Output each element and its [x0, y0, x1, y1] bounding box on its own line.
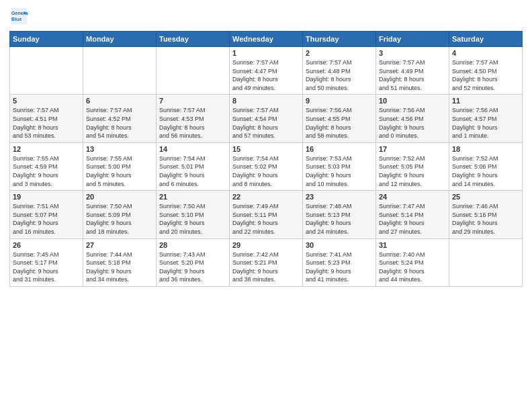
calendar-cell: 2Sunrise: 7:57 AM Sunset: 4:48 PM Daylig…: [303, 47, 376, 95]
day-info: Sunrise: 7:47 AM Sunset: 5:14 PM Dayligh…: [379, 202, 446, 236]
day-info: Sunrise: 7:57 AM Sunset: 4:49 PM Dayligh…: [379, 58, 446, 92]
svg-rect-0: [11, 8, 28, 25]
calendar-cell: 7Sunrise: 7:57 AM Sunset: 4:53 PM Daylig…: [157, 95, 230, 142]
calendar-cell: 11Sunrise: 7:56 AM Sunset: 4:57 PM Dayli…: [449, 95, 523, 142]
calendar-cell: 29Sunrise: 7:42 AM Sunset: 5:21 PM Dayli…: [230, 238, 303, 286]
day-number: 27: [86, 241, 153, 249]
day-info: Sunrise: 7:57 AM Sunset: 4:47 PM Dayligh…: [232, 58, 300, 92]
day-info: Sunrise: 7:48 AM Sunset: 5:13 PM Dayligh…: [306, 202, 373, 236]
day-number: 25: [452, 193, 519, 201]
day-number: 13: [86, 145, 153, 153]
day-info: Sunrise: 7:57 AM Sunset: 4:54 PM Dayligh…: [232, 106, 300, 140]
calendar-cell: 20Sunrise: 7:50 AM Sunset: 5:09 PM Dayli…: [83, 191, 157, 238]
day-number: 26: [13, 241, 80, 249]
header: General Blue: [9, 7, 523, 26]
day-number: 2: [306, 49, 373, 57]
day-number: 14: [159, 145, 226, 153]
day-info: Sunrise: 7:44 AM Sunset: 5:18 PM Dayligh…: [86, 250, 153, 284]
day-info: Sunrise: 7:57 AM Sunset: 4:51 PM Dayligh…: [13, 106, 80, 140]
day-number: 12: [13, 145, 80, 153]
day-info: Sunrise: 7:43 AM Sunset: 5:20 PM Dayligh…: [159, 250, 226, 284]
page: General Blue SundayMondayTuesdayWednesda…: [0, 0, 532, 411]
calendar-table: SundayMondayTuesdayWednesdayThursdayFrid…: [9, 31, 523, 287]
weekday-header: Sunday: [10, 32, 83, 47]
day-info: Sunrise: 7:41 AM Sunset: 5:23 PM Dayligh…: [306, 250, 373, 284]
day-number: 5: [13, 97, 80, 105]
weekday-header: Monday: [83, 32, 157, 47]
calendar-cell: 15Sunrise: 7:54 AM Sunset: 5:02 PM Dayli…: [230, 142, 303, 190]
calendar-cell: 9Sunrise: 7:56 AM Sunset: 4:55 PM Daylig…: [303, 95, 376, 142]
calendar-cell: [10, 47, 83, 95]
calendar-cell: 24Sunrise: 7:47 AM Sunset: 5:14 PM Dayli…: [376, 191, 449, 238]
day-number: 1: [232, 49, 300, 57]
calendar-cell: 31Sunrise: 7:40 AM Sunset: 5:24 PM Dayli…: [376, 238, 449, 286]
day-info: Sunrise: 7:42 AM Sunset: 5:21 PM Dayligh…: [232, 250, 300, 284]
calendar-week-row: 12Sunrise: 7:55 AM Sunset: 4:59 PM Dayli…: [10, 142, 523, 190]
calendar-cell: 27Sunrise: 7:44 AM Sunset: 5:18 PM Dayli…: [83, 238, 157, 286]
calendar-cell: 4Sunrise: 7:57 AM Sunset: 4:50 PM Daylig…: [449, 47, 523, 95]
calendar-cell: [157, 47, 230, 95]
calendar-cell: 28Sunrise: 7:43 AM Sunset: 5:20 PM Dayli…: [157, 238, 230, 286]
calendar-cell: 6Sunrise: 7:57 AM Sunset: 4:52 PM Daylig…: [83, 95, 157, 142]
day-info: Sunrise: 7:50 AM Sunset: 5:09 PM Dayligh…: [86, 202, 153, 236]
weekday-header: Saturday: [449, 32, 523, 47]
calendar-cell: [449, 238, 523, 286]
day-number: 6: [86, 97, 153, 105]
day-info: Sunrise: 7:55 AM Sunset: 5:00 PM Dayligh…: [86, 154, 153, 188]
logo-icon: General Blue: [9, 7, 28, 26]
calendar-cell: 25Sunrise: 7:46 AM Sunset: 5:16 PM Dayli…: [449, 191, 523, 238]
day-info: Sunrise: 7:56 AM Sunset: 4:55 PM Dayligh…: [306, 106, 373, 140]
day-info: Sunrise: 7:54 AM Sunset: 5:02 PM Dayligh…: [232, 154, 300, 188]
day-number: 22: [232, 193, 300, 201]
calendar-cell: 8Sunrise: 7:57 AM Sunset: 4:54 PM Daylig…: [230, 95, 303, 142]
day-number: 4: [452, 49, 519, 57]
calendar-cell: 16Sunrise: 7:53 AM Sunset: 5:03 PM Dayli…: [303, 142, 376, 190]
day-info: Sunrise: 7:57 AM Sunset: 4:48 PM Dayligh…: [306, 58, 373, 92]
day-number: 19: [13, 193, 80, 201]
calendar-week-row: 5Sunrise: 7:57 AM Sunset: 4:51 PM Daylig…: [10, 95, 523, 142]
day-number: 17: [379, 145, 446, 153]
day-info: Sunrise: 7:40 AM Sunset: 5:24 PM Dayligh…: [379, 250, 446, 284]
day-info: Sunrise: 7:50 AM Sunset: 5:10 PM Dayligh…: [159, 202, 226, 236]
day-number: 16: [306, 145, 373, 153]
weekday-header: Thursday: [303, 32, 376, 47]
day-number: 21: [159, 193, 226, 201]
day-info: Sunrise: 7:56 AM Sunset: 4:57 PM Dayligh…: [452, 106, 519, 140]
calendar-cell: 18Sunrise: 7:52 AM Sunset: 5:06 PM Dayli…: [449, 142, 523, 190]
calendar-week-row: 26Sunrise: 7:45 AM Sunset: 5:17 PM Dayli…: [10, 238, 523, 286]
day-info: Sunrise: 7:57 AM Sunset: 4:52 PM Dayligh…: [86, 106, 153, 140]
calendar-cell: 14Sunrise: 7:54 AM Sunset: 5:01 PM Dayli…: [157, 142, 230, 190]
day-number: 18: [452, 145, 519, 153]
calendar-cell: 1Sunrise: 7:57 AM Sunset: 4:47 PM Daylig…: [230, 47, 303, 95]
day-info: Sunrise: 7:55 AM Sunset: 4:59 PM Dayligh…: [13, 154, 80, 188]
weekday-header-row: SundayMondayTuesdayWednesdayThursdayFrid…: [10, 32, 523, 47]
day-number: 9: [306, 97, 373, 105]
weekday-header: Wednesday: [230, 32, 303, 47]
weekday-header: Tuesday: [157, 32, 230, 47]
day-number: 30: [306, 241, 373, 249]
day-number: 31: [379, 241, 446, 249]
day-info: Sunrise: 7:52 AM Sunset: 5:05 PM Dayligh…: [379, 154, 446, 188]
day-info: Sunrise: 7:51 AM Sunset: 5:07 PM Dayligh…: [13, 202, 80, 236]
calendar-week-row: 1Sunrise: 7:57 AM Sunset: 4:47 PM Daylig…: [10, 47, 523, 95]
day-number: 11: [452, 97, 519, 105]
day-info: Sunrise: 7:46 AM Sunset: 5:16 PM Dayligh…: [452, 202, 519, 236]
day-info: Sunrise: 7:57 AM Sunset: 4:50 PM Dayligh…: [452, 58, 519, 92]
logo: General Blue: [9, 7, 31, 26]
calendar-cell: 13Sunrise: 7:55 AM Sunset: 5:00 PM Dayli…: [83, 142, 157, 190]
day-number: 10: [379, 97, 446, 105]
calendar-cell: 21Sunrise: 7:50 AM Sunset: 5:10 PM Dayli…: [157, 191, 230, 238]
calendar-cell: 22Sunrise: 7:49 AM Sunset: 5:11 PM Dayli…: [230, 191, 303, 238]
day-number: 23: [306, 193, 373, 201]
calendar-cell: 3Sunrise: 7:57 AM Sunset: 4:49 PM Daylig…: [376, 47, 449, 95]
day-info: Sunrise: 7:49 AM Sunset: 5:11 PM Dayligh…: [232, 202, 300, 236]
day-info: Sunrise: 7:53 AM Sunset: 5:03 PM Dayligh…: [306, 154, 373, 188]
day-number: 28: [159, 241, 226, 249]
weekday-header: Friday: [376, 32, 449, 47]
day-info: Sunrise: 7:54 AM Sunset: 5:01 PM Dayligh…: [159, 154, 226, 188]
day-number: 20: [86, 193, 153, 201]
calendar-cell: 5Sunrise: 7:57 AM Sunset: 4:51 PM Daylig…: [10, 95, 83, 142]
calendar-cell: 12Sunrise: 7:55 AM Sunset: 4:59 PM Dayli…: [10, 142, 83, 190]
day-number: 29: [232, 241, 300, 249]
calendar-cell: [83, 47, 157, 95]
